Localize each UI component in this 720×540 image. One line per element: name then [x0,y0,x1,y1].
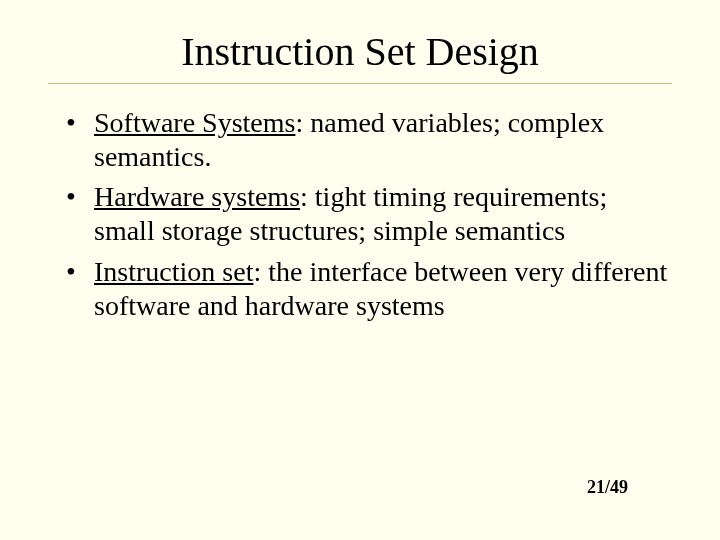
list-item: Hardware systems: tight timing requireme… [66,180,672,248]
list-item: Instruction set: the interface between v… [66,255,672,323]
bullet-list: Software Systems: named variables; compl… [66,106,672,323]
bullet-lead: Hardware systems [94,181,300,212]
bullet-lead: Instruction set [94,256,253,287]
slide: Instruction Set Design Software Systems:… [0,0,720,540]
list-item: Software Systems: named variables; compl… [66,106,672,174]
page-number: 21/49 [587,477,628,498]
bullet-lead: Software Systems [94,107,295,138]
page-title: Instruction Set Design [48,28,672,75]
divider [48,83,672,84]
